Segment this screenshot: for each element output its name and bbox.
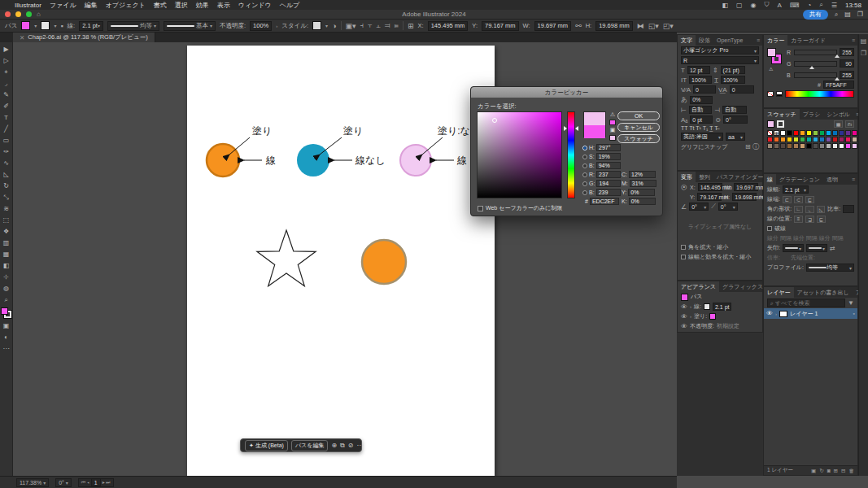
tool-button[interactable]: ◧ — [1, 260, 12, 271]
swatch[interactable] — [826, 143, 831, 149]
teal-circle[interactable] — [297, 144, 329, 176]
font-style-select[interactable]: R▾ — [681, 56, 759, 64]
menubar-status-icon[interactable]: ◧ — [722, 2, 728, 9]
swatch[interactable] — [767, 137, 773, 142]
stroke-weight-field[interactable]: 2.1 pt▾ — [783, 185, 809, 194]
tool-button[interactable]: ⌕ — [1, 294, 12, 305]
taskbar-icon[interactable]: ⊘ — [348, 442, 354, 449]
menubar-status-icon[interactable]: ▢ — [736, 2, 743, 9]
swatch-registration[interactable]: ⊕ — [774, 130, 779, 136]
tab-transform[interactable]: 変形 — [678, 172, 696, 182]
eye-icon[interactable]: 👁 — [681, 313, 687, 320]
drawing-mode-button[interactable]: ⋯ — [1, 343, 12, 354]
stroke-row-weight[interactable]: 2.1 pt — [713, 303, 732, 311]
workspace-icon[interactable]: ▤ — [844, 11, 851, 18]
tab-asset-export[interactable]: アセットの書き出し — [794, 287, 853, 298]
swatch-view-icon[interactable]: ▦ — [834, 120, 843, 128]
swatch[interactable] — [839, 143, 844, 149]
swatch[interactable] — [839, 137, 844, 142]
swatch[interactable] — [787, 137, 792, 142]
bw-swatch[interactable] — [776, 91, 783, 97]
channel-slider[interactable] — [794, 72, 837, 78]
swap-arrows-icon[interactable]: ⇄ — [830, 245, 835, 252]
tool-button[interactable]: ◍ — [1, 283, 12, 294]
style-swatch[interactable] — [312, 21, 321, 30]
menu-item[interactable]: ウィンドウ — [238, 1, 272, 10]
visibility-eye-icon[interactable]: 👁 — [766, 310, 773, 317]
align-right-icon[interactable]: ⫠ — [377, 21, 381, 30]
b2-field[interactable]: 239 — [596, 189, 621, 196]
leading-field[interactable]: (21 pt) — [721, 66, 745, 74]
tab-symbols[interactable]: シンボル — [823, 109, 853, 120]
fill-color-swatch[interactable] — [21, 21, 30, 30]
swatch[interactable] — [813, 130, 818, 136]
stroke-row-swatch[interactable] — [704, 303, 710, 310]
menu-item[interactable]: 書式 — [154, 1, 167, 10]
char-rotate-field[interactable]: 0° — [723, 115, 748, 124]
chevron-down-icon[interactable]: ▾ — [34, 23, 37, 28]
workspace-icon[interactable]: ❐ — [857, 11, 863, 18]
tool-button[interactable]: ✐ — [1, 101, 12, 111]
swatch-group-icon[interactable]: 🗀 — [845, 120, 854, 128]
taskbar-icon[interactable]: ⧉ — [340, 442, 345, 450]
channel-value-field[interactable]: 90 — [840, 59, 854, 68]
aki-left-field[interactable]: 自動 — [689, 106, 712, 114]
swatch[interactable] — [780, 130, 786, 136]
distribute-v-icon[interactable]: ⫢ — [395, 21, 399, 30]
eye-icon[interactable]: 👁 — [681, 323, 687, 330]
layers-footer-icon[interactable]: ▣ — [811, 468, 816, 474]
dock-panel-icon[interactable]: ❐ — [861, 50, 866, 57]
h-field[interactable]: 19.698 mm — [595, 21, 633, 31]
fill-stroke-indicator[interactable] — [1, 307, 11, 318]
brush-definition-select[interactable]: 基本▾ — [164, 21, 216, 31]
b2-radio[interactable] — [582, 190, 587, 195]
v-scale-field[interactable]: 100% — [689, 76, 712, 84]
more-options-icon[interactable]: ◰▾ — [663, 22, 674, 30]
swatch[interactable] — [819, 137, 825, 142]
tab-character[interactable]: 文字 — [678, 35, 696, 46]
cap-round-button[interactable]: ⊂ — [794, 196, 803, 203]
swatch[interactable] — [800, 143, 805, 149]
tool-button[interactable]: ✑ — [1, 146, 12, 157]
taskbar-icon[interactable]: ⋯ — [357, 442, 364, 449]
tool-button[interactable]: ⬚ — [1, 215, 12, 225]
menu-item[interactable]: Illustrator — [15, 2, 41, 9]
swatch[interactable] — [800, 130, 805, 136]
font-family-select[interactable]: 小塚ゴシック Pro▾ — [681, 46, 759, 54]
layers-footer-icon[interactable]: ⊟ — [841, 468, 845, 474]
menu-item[interactable]: ファイル — [50, 1, 76, 10]
align-left-icon[interactable]: ⫞ — [360, 21, 364, 30]
orange-circle-large[interactable] — [362, 240, 406, 284]
tab-opentype[interactable]: OpenType — [713, 35, 746, 46]
expand-chevron-icon[interactable]: › — [775, 312, 777, 316]
web-swatch[interactable] — [609, 135, 616, 141]
align-center-button[interactable]: ≡ — [794, 216, 803, 223]
fill-proxy[interactable] — [1, 307, 8, 315]
swatch[interactable] — [806, 137, 812, 142]
menubar-status-icon[interactable]: A — [778, 2, 782, 9]
distribute-icon[interactable]: ⫤ — [385, 21, 390, 30]
hue-marker-left[interactable] — [564, 126, 567, 131]
swatch[interactable] — [832, 130, 838, 136]
cap-projecting-button[interactable]: ⊑ — [805, 196, 814, 203]
width-profile-select[interactable]: 均等▾ — [107, 21, 159, 31]
stroke-weight-field[interactable]: 2.1 pt▾ — [79, 21, 103, 31]
close-tab-icon[interactable]: ✕ — [20, 34, 24, 41]
drawing-mode-button[interactable]: ▣ — [1, 320, 12, 331]
transform-h-field[interactable]: 19.698 mm — [732, 193, 757, 201]
menubar-status-icon[interactable]: ☰ — [831, 2, 837, 9]
align-outside-button[interactable]: ⊑ — [817, 216, 826, 223]
menubar-status-icon[interactable]: ⌨ — [790, 2, 800, 9]
gamut-swatch[interactable] — [609, 120, 616, 125]
menubar-status-icon[interactable]: ⌕ — [819, 1, 822, 9]
transform-w-field[interactable]: 19.697 mm — [734, 183, 758, 191]
swatch[interactable] — [839, 130, 844, 136]
s-field[interactable]: 19% — [596, 153, 621, 160]
menubar-status-icon[interactable]: ⛉ — [765, 1, 770, 9]
tab-brushes[interactable]: ブラシ — [800, 109, 824, 120]
swatch[interactable] — [780, 137, 786, 142]
document-tab[interactable]: ✕ Chap2-06.ai @ 117.38 % (RGB/プレビュー) — [13, 33, 155, 42]
layers-search-box[interactable]: ⌕ — [767, 298, 845, 307]
stroke-color-swatch[interactable] — [41, 21, 50, 30]
swatch-button[interactable]: スウォッチ — [617, 134, 660, 143]
